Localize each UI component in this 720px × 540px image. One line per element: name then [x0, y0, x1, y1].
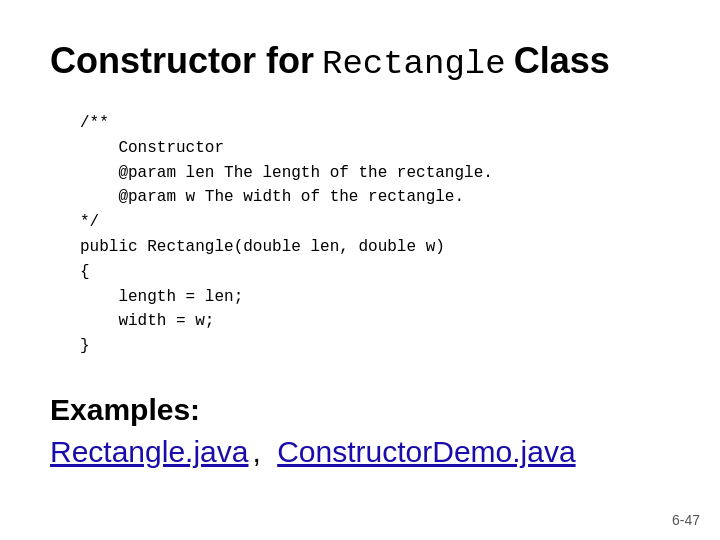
examples-links: Rectangle.java, ConstructorDemo.java: [50, 435, 576, 469]
title-rectangle-class: Rectangle: [322, 45, 506, 83]
link-separator: ,: [252, 435, 260, 469]
constructor-demo-link[interactable]: ConstructorDemo.java: [277, 435, 575, 469]
examples-label: Examples:: [50, 393, 200, 427]
slide-container: Constructor for Rectangle Class /** Cons…: [0, 0, 720, 540]
slide-number: 6-47: [672, 512, 700, 528]
title-text-1: Constructor for: [50, 40, 314, 82]
title-text-2: Class: [514, 40, 610, 82]
slide-title: Constructor for Rectangle Class: [50, 40, 670, 83]
rectangle-java-link[interactable]: Rectangle.java: [50, 435, 248, 469]
code-block: /** Constructor @param len The length of…: [80, 111, 670, 359]
examples-section: Examples: Rectangle.java, ConstructorDem…: [50, 393, 670, 469]
